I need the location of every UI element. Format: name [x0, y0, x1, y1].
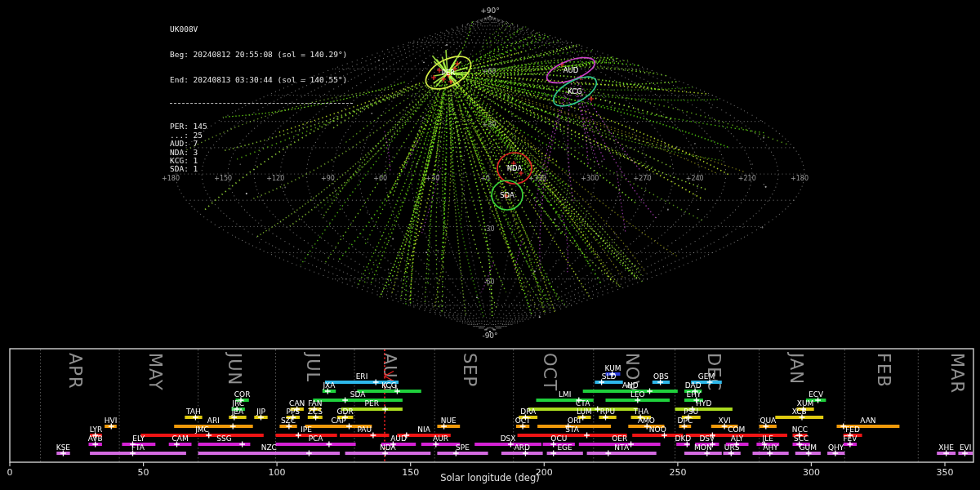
shower-label-jea: JEA	[231, 408, 244, 416]
shower-label-scc: SCC	[794, 434, 808, 443]
shower-label-xvi: XVI	[719, 416, 731, 425]
station-id: UK008V	[170, 25, 353, 33]
shower-label-szc: SZC	[281, 416, 296, 425]
shower-label-fan: FAN	[308, 399, 322, 408]
peak-marker-ssg	[239, 442, 245, 448]
equator-longitude-label: +0	[480, 175, 490, 182]
shower-label-lum: LUM	[577, 408, 592, 416]
shower-label-cor: COR	[234, 390, 251, 399]
equator-longitude-label: +210	[738, 175, 756, 182]
shower-label-dad: DAD	[685, 381, 702, 390]
shower-label-ahy: AHY	[763, 443, 778, 452]
shower-bar-nue	[437, 425, 460, 428]
shower-bar-ipe	[276, 434, 337, 437]
shower-label-sta: STA	[565, 425, 580, 434]
equator-longitude-label: +240	[686, 175, 704, 182]
shower-label-tah: TAH	[185, 408, 201, 416]
chart-overlay: +180+150+120+90+60+30+0+330+300+270+240+…	[0, 0, 980, 490]
shower-label-rpu: RPU	[600, 408, 615, 416]
month-label-apr: APR	[65, 353, 85, 390]
latitude-label: +60	[483, 68, 497, 75]
peak-marker-and	[647, 389, 653, 394]
shower-label-ehy: EHY	[687, 390, 702, 399]
radiant-label-aud: AUD	[564, 66, 579, 74]
shower-bar-ard	[501, 452, 543, 455]
shower-label-jxa: JXA	[322, 381, 336, 390]
shower-label-kum: KUM	[604, 364, 621, 372]
peak-marker-sda	[342, 398, 348, 403]
shower-label-avb: AVB	[88, 434, 103, 443]
month-label-feb: FEB	[874, 353, 893, 388]
shower-label-jip: JIP	[256, 408, 265, 416]
shower-label-sld: SLD	[602, 372, 617, 381]
shower-counts: PER: 145...: 25AUD: 7NDA: 3KCG: 1SDA: 1	[170, 122, 353, 173]
shower-label-zcs: ZCS	[308, 408, 323, 416]
shower-label-xhe: XHE	[938, 443, 954, 452]
shower-label-evi: EVI	[960, 443, 972, 452]
shower-label-tha: THA	[633, 408, 649, 416]
shower-label-noo: NOO	[649, 425, 666, 434]
month-label-mar: MAR	[947, 353, 967, 394]
peak-marker-ege	[550, 451, 556, 457]
equator-longitude-label: +300	[581, 175, 599, 182]
shower-label-jle: JLE	[762, 434, 774, 443]
shower-label-leo: LEO	[630, 390, 645, 399]
shower-label-ecv: ECV	[808, 390, 824, 399]
shower-label-xcb: XCB	[792, 408, 807, 416]
shower-label-eri: ERI	[356, 372, 368, 381]
shower-label-ege: EGE	[557, 443, 572, 452]
shower-bar-mon	[684, 452, 722, 455]
shower-label-pau: PAU	[357, 425, 372, 434]
shower-label-aly: ALY	[731, 434, 744, 443]
shower-label-oct: OCT	[515, 416, 531, 425]
radiant-label-nda: NDA	[507, 164, 523, 172]
shower-label-ocu: OCU	[550, 434, 567, 443]
latitude-label: -60	[483, 278, 494, 286]
shower-bar-kcg	[357, 390, 421, 393]
shower-bar-aur	[421, 443, 460, 446]
shower-label-lyr: LYR	[90, 425, 103, 434]
app-window: +90° -90° +180+150+120+90+60+30+0+330+30…	[0, 0, 980, 490]
shower-label-sda: SDA	[350, 390, 366, 399]
x-axis-title: Solar longitude (deg)	[0, 472, 980, 483]
peak-marker-nzc	[306, 451, 312, 457]
peak-marker-eri	[373, 380, 379, 385]
shower-label-com: COM	[728, 425, 745, 434]
shower-label-hvi: HVI	[105, 416, 118, 425]
shower-label-aur: AUR	[433, 434, 448, 443]
shower-label-qua: QUA	[760, 416, 777, 425]
peak-marker-nta	[605, 451, 611, 457]
shower-bar-cam	[169, 443, 192, 446]
shower-label-xum: XUM	[797, 399, 814, 408]
shower-label-dkd: DKD	[675, 434, 692, 443]
shower-label-spe: SPE	[456, 443, 470, 452]
shower-label-gum: GUM	[800, 443, 817, 452]
shower-label-kse: KSE	[56, 443, 71, 452]
shower-count-row: AUD: 7	[170, 140, 353, 148]
shower-bar-nzc	[198, 452, 340, 455]
shower-label-ori: ORI	[568, 416, 581, 425]
equator-longitude-label: +330	[528, 175, 546, 182]
shower-label-fed: FED	[845, 425, 860, 434]
shower-label-aan: AAN	[860, 416, 875, 425]
shower-label-pps: PPS	[287, 408, 301, 416]
month-label-may: MAY	[145, 353, 165, 391]
peak-marker-per	[382, 407, 388, 412]
shower-label-fev: FEV	[843, 434, 858, 443]
shower-label-ssg: SSG	[216, 434, 231, 443]
shower-label-nia: NIA	[417, 425, 430, 434]
shower-label-dsx: DSX	[501, 434, 516, 443]
shower-label-hyd: HYD	[696, 399, 711, 408]
shower-label-and: AND	[622, 381, 639, 390]
month-label-oct: OCT	[540, 353, 559, 391]
shower-bar-ari	[174, 425, 253, 428]
shower-label-per: PER	[365, 399, 379, 408]
shower-label-amo: AMO	[638, 416, 655, 425]
radiant-point-marker	[431, 75, 436, 80]
shower-bar-spe	[437, 452, 488, 455]
peak-marker-pca	[327, 442, 332, 448]
shower-label-obs: OBS	[653, 372, 669, 381]
equator-longitude-label: +180	[791, 175, 808, 182]
shower-label-gem: GEM	[698, 372, 715, 381]
peak-marker-ari	[230, 424, 236, 430]
